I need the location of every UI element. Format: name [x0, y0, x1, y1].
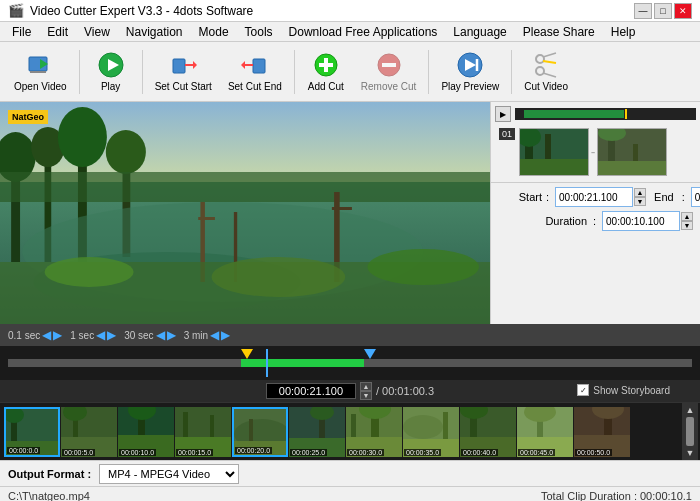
nav-right-30[interactable]: ▶ — [167, 328, 176, 342]
total-time-display: / 00:01:00.3 — [376, 385, 434, 397]
storyboard-thumb-7[interactable]: 00:00:35.0 — [403, 407, 459, 457]
duration-colon: : — [593, 215, 596, 227]
menu-share[interactable]: Please Share — [515, 23, 603, 41]
nav-group-0.1sec: 0.1 sec ◀ ▶ — [8, 328, 62, 342]
duration-up[interactable]: ▲ — [681, 212, 693, 221]
storyboard-thumb-5[interactable]: 00:00:25.0 — [289, 407, 345, 457]
play-label: Play — [101, 81, 120, 93]
time-display-bar: ▲ ▼ / 00:01:00.3 ✓ Show Storyboard — [0, 380, 700, 402]
minimize-button[interactable]: — — [634, 3, 652, 19]
close-button[interactable]: ✕ — [674, 3, 692, 19]
output-format-select[interactable]: MP4 - MPEG4 Video — [99, 464, 239, 484]
svg-rect-57 — [598, 161, 667, 176]
duration-down[interactable]: ▼ — [681, 221, 693, 230]
maximize-button[interactable]: □ — [654, 3, 672, 19]
storyboard-thumb-6[interactable]: 00:00:30.0 — [346, 407, 402, 457]
storyboard-thumb-4[interactable]: 00:00:20.0 — [232, 407, 288, 457]
playhead[interactable] — [266, 349, 268, 377]
thumb-3-time: 00:00:15.0 — [176, 449, 213, 456]
nav-group-1sec: 1 sec ◀ ▶ — [70, 328, 116, 342]
time-up-btn[interactable]: ▲ — [360, 382, 372, 391]
nav-right-1[interactable]: ▶ — [107, 328, 116, 342]
main-timeline-track[interactable] — [0, 346, 700, 380]
play-preview-button[interactable]: Play Preview — [435, 47, 505, 97]
sb-scroll-down[interactable]: ▼ — [686, 448, 695, 458]
play-preview-label: Play Preview — [441, 81, 499, 93]
play-button[interactable]: Play — [86, 47, 136, 97]
start-time-spinner[interactable]: ▲ ▼ — [634, 188, 646, 206]
storyboard-thumb-10[interactable]: 00:00:50.0 — [574, 407, 630, 457]
nav-right-0.1[interactable]: ▶ — [53, 328, 62, 342]
remove-cut-label: Remove Cut — [361, 81, 417, 93]
toolbar: Open Video Play Set Cut Start — [0, 42, 700, 102]
nav-left-0.1[interactable]: ◀ — [42, 328, 51, 342]
mini-timeline[interactable] — [515, 108, 696, 120]
open-video-icon — [26, 51, 54, 79]
menu-bar: File Edit View Navigation Mode Tools Dow… — [0, 22, 700, 42]
storyboard-thumb-0[interactable]: 00:00:0.0 — [4, 407, 60, 457]
right-panel: ▶ 01 — [490, 102, 700, 324]
remove-cut-button[interactable]: Remove Cut — [355, 47, 423, 97]
show-storyboard-checkbox[interactable]: ✓ — [577, 384, 589, 396]
start-time-down[interactable]: ▼ — [634, 197, 646, 206]
clip-thumb-start[interactable] — [519, 128, 589, 176]
start-time-up[interactable]: ▲ — [634, 188, 646, 197]
menu-edit[interactable]: Edit — [39, 23, 76, 41]
main-area: NatGeo ▶ 01 — [0, 102, 700, 324]
svg-point-88 — [403, 415, 443, 439]
nav-left-3min[interactable]: ◀ — [210, 328, 219, 342]
svg-rect-36 — [0, 172, 490, 202]
svg-point-22 — [536, 67, 544, 75]
duration-input[interactable]: 00:00:10.100 — [602, 211, 680, 231]
time-down-btn[interactable]: ▼ — [360, 391, 372, 400]
time-spinner-ctrl[interactable]: ▲ ▼ — [360, 382, 372, 400]
svg-rect-17 — [382, 63, 396, 67]
sb-scroll-thumb[interactable] — [686, 417, 694, 446]
clip-number: 01 — [499, 128, 515, 140]
nav-right-3min[interactable]: ▶ — [221, 328, 230, 342]
svg-rect-43 — [332, 207, 352, 210]
storyboard-thumb-9[interactable]: 00:00:45.0 — [517, 407, 573, 457]
thumb-4-time: 00:00:20.0 — [235, 447, 272, 454]
nav-left-1[interactable]: ◀ — [96, 328, 105, 342]
start-colon: : — [546, 191, 549, 203]
duration-spinner[interactable]: ▲ ▼ — [681, 212, 693, 230]
sb-scroll-up[interactable]: ▲ — [686, 405, 695, 415]
menu-tools[interactable]: Tools — [237, 23, 281, 41]
end-time-input[interactable]: 00:00:31.200 — [691, 187, 700, 207]
menu-file[interactable]: File — [4, 23, 39, 41]
sep3 — [294, 50, 295, 94]
menu-download[interactable]: Download Free Applications — [281, 23, 446, 41]
set-cut-end-label: Set Cut End — [228, 81, 282, 93]
video-preview[interactable]: NatGeo — [0, 102, 490, 324]
current-time-input[interactable] — [266, 383, 356, 399]
start-marker — [241, 349, 253, 359]
storyboard-thumb-2[interactable]: 00:00:10.0 — [118, 407, 174, 457]
window-controls: — □ ✕ — [634, 3, 692, 19]
add-cut-button[interactable]: Add Cut — [301, 47, 351, 97]
cut-video-label: Cut Video — [524, 81, 568, 93]
menu-navigation[interactable]: Navigation — [118, 23, 191, 41]
nav-group-3min: 3 min ◀ ▶ — [184, 328, 230, 342]
storyboard-thumb-3[interactable]: 00:00:15.0 — [175, 407, 231, 457]
sep4 — [428, 50, 429, 94]
nav-left-30[interactable]: ◀ — [156, 328, 165, 342]
set-cut-start-button[interactable]: Set Cut Start — [149, 47, 218, 97]
open-video-button[interactable]: Open Video — [8, 47, 73, 97]
set-cut-end-button[interactable]: Set Cut End — [222, 47, 288, 97]
menu-language[interactable]: Language — [445, 23, 514, 41]
storyboard-thumb-8[interactable]: 00:00:40.0 — [460, 407, 516, 457]
svg-rect-15 — [319, 63, 333, 67]
menu-help[interactable]: Help — [603, 23, 644, 41]
menu-mode[interactable]: Mode — [191, 23, 237, 41]
cut-video-button[interactable]: Cut Video — [518, 47, 574, 97]
clip-thumb-end[interactable] — [597, 128, 667, 176]
menu-view[interactable]: View — [76, 23, 118, 41]
storyboard-thumb-1[interactable]: 00:00:5.0 — [61, 407, 117, 457]
start-time-input[interactable]: 00:00:21.100 — [555, 187, 633, 207]
sep1 — [79, 50, 80, 94]
preview-play-button[interactable]: ▶ — [495, 106, 511, 122]
time-display-group: ▲ ▼ / 00:01:00.3 — [266, 382, 434, 400]
timeline-nav: 0.1 sec ◀ ▶ 1 sec ◀ ▶ 30 sec ◀ ▶ 3 min ◀… — [0, 324, 700, 346]
thumb-2-time: 00:00:10.0 — [119, 449, 156, 456]
